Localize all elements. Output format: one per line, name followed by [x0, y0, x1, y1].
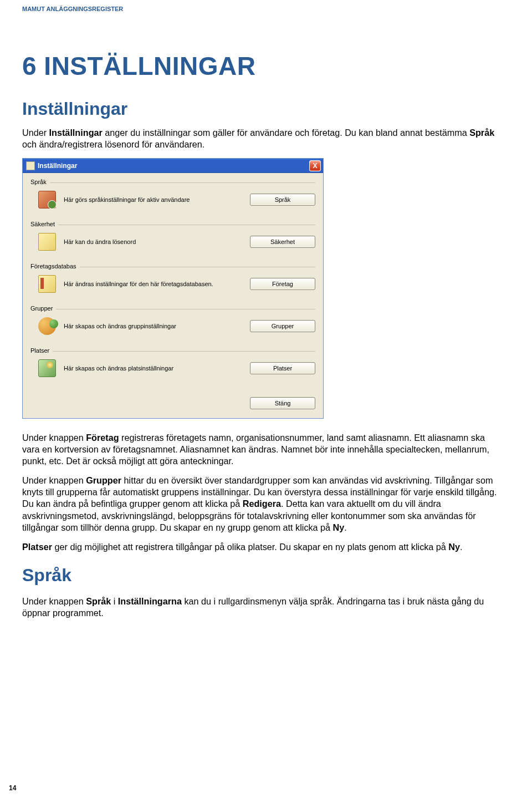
- group-foretagsdatabas: Företagsdatabas Här ändras inställningar…: [30, 263, 315, 302]
- bold-text: Ny: [448, 542, 460, 552]
- stang-button[interactable]: Stäng: [250, 397, 315, 409]
- sprak-button[interactable]: Språk: [250, 194, 315, 206]
- text: Under knappen: [22, 475, 86, 485]
- bold-text: Platser: [22, 542, 52, 552]
- group-header: Språk: [30, 179, 315, 185]
- platser-paragraph: Platser ger dig möjlighet att registrera…: [22, 541, 499, 553]
- group-desc: Här skapas och ändras gruppinställningar: [64, 322, 250, 330]
- company-db-icon: [38, 275, 56, 293]
- chapter-title: 6 INSTÄLLNINGAR: [22, 51, 499, 81]
- intro-paragraph: Under Inställningar anger du inställning…: [22, 127, 499, 150]
- text: och ändra/registrera lösenord för använd…: [22, 139, 204, 149]
- bold-text: Språk: [469, 128, 494, 138]
- group-desc: Här kan du ändra lösenord: [64, 238, 250, 246]
- group-platser: Platser Här skapas och ändras platsinstä…: [30, 347, 315, 386]
- group-row: Här skapas och ändras gruppinställningar…: [30, 316, 315, 344]
- group-title: Språk: [30, 179, 47, 185]
- content-area: 6 INSTÄLLNINGAR Inställningar Under Inst…: [0, 12, 532, 619]
- user-language-icon: [38, 191, 56, 209]
- bold-text: Ny: [333, 522, 345, 532]
- text: Under knappen: [22, 433, 86, 443]
- bold-text: Inställningarna: [118, 596, 182, 606]
- divider-line: [56, 309, 315, 309]
- text: Under: [22, 128, 49, 138]
- text: .: [460, 542, 463, 552]
- group-header: Säkerhet: [30, 221, 315, 227]
- divider-line: [50, 182, 315, 183]
- bold-text: Företag: [86, 433, 119, 443]
- group-grupper: Grupper Här skapas och ändras gruppinstä…: [30, 305, 315, 344]
- group-desc: Här görs språkinställningar för aktiv an…: [64, 196, 250, 204]
- group-title: Platser: [30, 347, 49, 354]
- platser-button[interactable]: Platser: [250, 362, 315, 374]
- group-title: Säkerhet: [30, 221, 55, 227]
- group-title: Företagsdatabas: [30, 263, 76, 270]
- text: i: [111, 596, 118, 606]
- group-desc: Här ändras inställningar för den här för…: [64, 280, 250, 288]
- dialog-title-icon: [26, 161, 35, 170]
- bold-text: Redigera: [243, 499, 281, 509]
- group-sprak: Språk Här görs språkinställningar för ak…: [30, 179, 315, 217]
- security-icon: [38, 233, 56, 251]
- places-icon: [38, 359, 56, 377]
- divider-line: [80, 267, 315, 267]
- group-sakerhet: Säkerhet Här kan du ändra lösenord Säker…: [30, 221, 315, 260]
- settings-dialog: Inställningar X Språk Här görs språkinst…: [22, 158, 324, 419]
- divider-line: [58, 225, 315, 225]
- group-row: Här skapas och ändras platsinställningar…: [30, 358, 315, 386]
- section-title: Inställningar: [22, 99, 499, 119]
- dialog-title-text: Inställningar: [38, 162, 309, 170]
- page-number: 14: [9, 784, 16, 792]
- text: .: [344, 522, 347, 532]
- groups-icon: [38, 317, 56, 335]
- dialog-body: Språk Här görs språkinställningar för ak…: [23, 173, 323, 418]
- page-header: MAMUT ANLÄGGNINGSREGISTER: [0, 0, 532, 12]
- dialog-footer: Stäng: [30, 389, 315, 413]
- group-row: Här ändras inställningar för den här för…: [30, 274, 315, 302]
- sprak-paragraph: Under knappen Språk i Inställningarna ka…: [22, 596, 499, 619]
- bold-text: Inställningar: [49, 128, 103, 138]
- close-icon[interactable]: X: [309, 160, 321, 171]
- group-header: Platser: [30, 347, 315, 354]
- dialog-titlebar: Inställningar X: [23, 159, 323, 173]
- group-row: Här görs språkinställningar för aktiv an…: [30, 190, 315, 217]
- group-row: Här kan du ändra lösenord Säkerhet: [30, 232, 315, 260]
- group-header: Företagsdatabas: [30, 263, 315, 270]
- foretag-paragraph: Under knappen Företag registreras företa…: [22, 432, 499, 467]
- bold-text: Grupper: [86, 475, 121, 485]
- grupper-button[interactable]: Grupper: [250, 320, 315, 332]
- text: anger du inställningar som gäller för an…: [103, 128, 469, 138]
- grupper-paragraph: Under knappen Grupper hittar du en övers…: [22, 475, 499, 533]
- text: ger dig möjlighet att registrera tillgån…: [52, 542, 448, 552]
- foretag-button[interactable]: Företag: [250, 278, 315, 290]
- divider-line: [53, 351, 315, 352]
- subsection-title-sprak: Språk: [22, 565, 499, 586]
- bold-text: Språk: [86, 596, 111, 606]
- group-desc: Här skapas och ändras platsinställningar: [64, 364, 250, 372]
- group-title: Grupper: [30, 305, 53, 312]
- group-header: Grupper: [30, 305, 315, 312]
- text: Under knappen: [22, 596, 86, 606]
- sakerhet-button[interactable]: Säkerhet: [250, 236, 315, 248]
